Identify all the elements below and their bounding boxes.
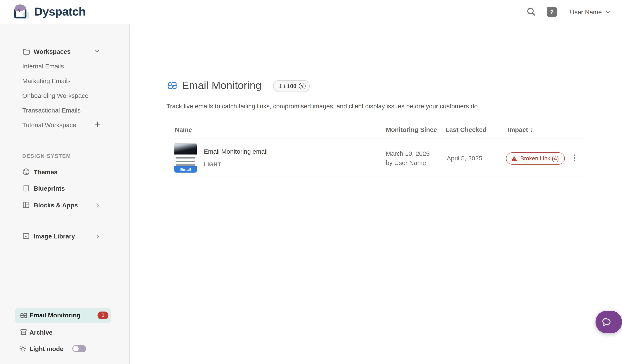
column-header-name[interactable]: Name [175, 126, 192, 133]
sidebar-item-email-monitoring[interactable]: Email Monitoring 1 [15, 308, 111, 323]
monitoring-since-author: by User Name [386, 159, 426, 166]
search-icon[interactable] [526, 7, 536, 17]
sidebar: Workspaces Internal Emails Marketing Ema… [0, 24, 130, 364]
email-thumbnail[interactable]: Email [174, 143, 197, 173]
sidebar-item-label: Archive [29, 328, 53, 336]
sort-desc-icon: ↓ [530, 126, 533, 133]
chevron-down-icon[interactable] [94, 49, 100, 54]
sidebar-item-blocks-apps[interactable]: Blocks & Apps [0, 199, 129, 211]
quota-value: 1 / 100 [279, 83, 296, 89]
broken-link-badge[interactable]: Broken Link (4) [506, 152, 565, 164]
sidebar-item-label: Email Monitoring [29, 311, 80, 319]
table-divider [166, 178, 584, 178]
sidebar-item-tutorial-workspace[interactable]: Tutorial Workspace [22, 121, 76, 128]
warning-triangle-icon [511, 155, 517, 162]
app-window: Dyspatch ? User Name Workspaces [0, 0, 622, 364]
brand-logo[interactable]: Dyspatch [13, 4, 86, 19]
email-monitoring-icon [168, 81, 177, 90]
sidebar-item-themes[interactable]: Themes [0, 165, 129, 178]
thumbnail-text-lines [176, 156, 195, 167]
sidebar-item-label: Blueprints [34, 184, 65, 192]
page-title: Email Monitoring [182, 79, 262, 91]
row-variant-label: LIGHT [204, 161, 221, 167]
sidebar-item-blueprints[interactable]: Blueprints [0, 182, 129, 194]
thumbnail-type-label: Email [175, 166, 197, 173]
add-workspace-icon[interactable] [94, 121, 101, 128]
folder-icon [22, 47, 30, 55]
sidebar-item-archive[interactable]: Archive [0, 326, 129, 338]
monitoring-since-date: March 10, 2025 [386, 150, 429, 157]
sidebar-item-transactional-emails[interactable]: Transactional Emails [22, 107, 80, 114]
row-email-name[interactable]: Email Monitoring email [204, 148, 268, 155]
help-icon[interactable]: ? [547, 7, 557, 17]
sidebar-item-internal-emails[interactable]: Internal Emails [22, 63, 64, 70]
sidebar-item-marketing-emails[interactable]: Marketing Emails [22, 77, 71, 84]
sun-icon [19, 345, 27, 352]
toggle-knob [73, 346, 78, 351]
sidebar-item-image-library[interactable]: Image Library [0, 230, 129, 242]
user-name: User Name [570, 8, 602, 16]
dyspatch-logo-icon [13, 4, 30, 19]
brand-name: Dyspatch [34, 5, 86, 18]
document-icon [22, 184, 30, 192]
chevron-right-icon [95, 233, 100, 239]
user-menu[interactable]: User Name [570, 0, 611, 24]
main-content: Email Monitoring 1 / 100 ? Track live em… [130, 24, 622, 364]
table-divider [166, 139, 584, 139]
light-mode-toggle[interactable] [72, 345, 86, 352]
top-header: Dyspatch ? User Name [0, 0, 622, 24]
quota-help-icon[interactable]: ? [299, 83, 306, 90]
chevron-down-icon [605, 9, 611, 15]
page-description: Track live emails to catch failing links… [166, 102, 480, 109]
sidebar-item-onboarding-workspace[interactable]: Onboarding Workspace [22, 92, 88, 99]
sidebar-item-workspaces[interactable]: Workspaces [0, 45, 129, 57]
chevron-right-icon [95, 202, 100, 208]
blocks-layout-icon [22, 201, 30, 209]
sidebar-item-label: Image Library [34, 232, 75, 239]
sidebar-item-label: Light mode [29, 345, 63, 352]
row-actions-menu-icon[interactable] [571, 153, 578, 163]
email-monitoring-icon [20, 312, 27, 319]
light-mode-row: Light mode [0, 342, 129, 355]
sidebar-item-label: Themes [34, 168, 57, 175]
archive-icon [20, 328, 27, 336]
column-header-monitoring-since[interactable]: Monitoring Since [386, 126, 437, 133]
impact-label: Broken Link (4) [520, 155, 559, 162]
column-header-impact[interactable]: Impact↓ [508, 126, 533, 133]
sidebar-item-label: Workspaces [34, 48, 71, 55]
last-checked-date: April 5, 2025 [447, 154, 482, 162]
chat-bubble-icon [601, 317, 612, 328]
quota-badge: 1 / 100 ? [273, 80, 310, 92]
column-header-last-checked[interactable]: Last Checked [446, 126, 486, 133]
design-system-section-header: DESIGN SYSTEM [22, 153, 71, 159]
image-icon [22, 232, 30, 240]
sidebar-item-label: Blocks & Apps [34, 201, 78, 208]
palette-icon [22, 168, 30, 176]
chat-launcher-button[interactable] [596, 311, 622, 333]
thumbnail-hero-image [175, 144, 197, 154]
notification-badge: 1 [97, 311, 108, 319]
